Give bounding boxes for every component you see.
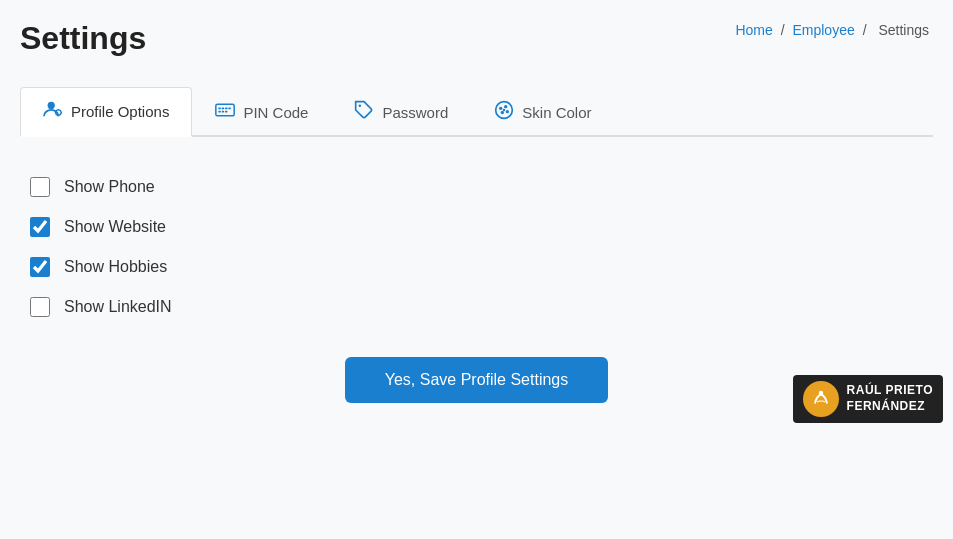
breadcrumb-employee[interactable]: Employee (792, 22, 854, 38)
page-container: Home / Employee / Settings Settings Prof… (0, 0, 953, 433)
save-btn-container: Yes, Save Profile Settings (30, 357, 923, 403)
tabs-container: Profile Options PIN Code (20, 87, 933, 137)
show-linkedin-label: Show LinkedIN (64, 298, 172, 316)
tab-password-label: Password (382, 104, 448, 121)
tab-profile-options-label: Profile Options (71, 103, 169, 120)
pin-code-icon (215, 101, 235, 124)
badge-name-line2: FERNÁNDEZ (847, 399, 933, 415)
skin-color-icon (494, 100, 514, 125)
svg-rect-11 (219, 111, 222, 113)
badge-icon (803, 381, 839, 417)
svg-point-19 (501, 111, 504, 114)
svg-point-14 (359, 105, 362, 108)
svg-point-20 (503, 109, 506, 112)
show-phone-checkbox[interactable] (30, 177, 50, 197)
badge-name-line1: RAÚL PRIETO (847, 383, 933, 399)
show-phone-label: Show Phone (64, 178, 155, 196)
svg-rect-8 (222, 108, 225, 110)
option-show-hobbies: Show Hobbies (30, 257, 923, 277)
badge-text: RAÚL PRIETO FERNÁNDEZ (847, 383, 933, 414)
show-hobbies-label: Show Hobbies (64, 258, 167, 276)
option-show-linkedin: Show LinkedIN (30, 297, 923, 317)
password-icon (354, 100, 374, 125)
svg-rect-9 (225, 108, 228, 110)
tab-pin-code[interactable]: PIN Code (192, 87, 331, 137)
profile-options-icon (43, 100, 63, 123)
footer-badge: RAÚL PRIETO FERNÁNDEZ (793, 375, 943, 423)
breadcrumb-home[interactable]: Home (735, 22, 772, 38)
option-show-phone: Show Phone (30, 177, 923, 197)
svg-rect-13 (225, 111, 228, 113)
svg-rect-21 (809, 387, 833, 411)
show-linkedin-checkbox[interactable] (30, 297, 50, 317)
svg-rect-10 (229, 108, 232, 110)
svg-rect-6 (216, 104, 234, 116)
tab-skin-color-label: Skin Color (522, 104, 591, 121)
show-website-checkbox[interactable] (30, 217, 50, 237)
breadcrumb: Home / Employee / Settings (735, 22, 933, 38)
svg-point-22 (818, 391, 823, 396)
breadcrumb-sep1: / (781, 22, 785, 38)
svg-point-18 (506, 110, 509, 113)
svg-rect-7 (219, 108, 222, 110)
svg-point-17 (504, 105, 507, 108)
breadcrumb-current: Settings (878, 22, 929, 38)
show-website-label: Show Website (64, 218, 166, 236)
tab-password[interactable]: Password (331, 87, 471, 137)
option-show-website: Show Website (30, 217, 923, 237)
svg-point-16 (499, 107, 502, 110)
breadcrumb-sep2: / (863, 22, 867, 38)
svg-point-0 (48, 102, 55, 109)
tab-skin-color[interactable]: Skin Color (471, 87, 614, 137)
svg-rect-12 (222, 111, 225, 113)
tab-profile-options[interactable]: Profile Options (20, 87, 192, 137)
save-profile-button[interactable]: Yes, Save Profile Settings (345, 357, 609, 403)
show-hobbies-checkbox[interactable] (30, 257, 50, 277)
tab-pin-code-label: PIN Code (243, 104, 308, 121)
